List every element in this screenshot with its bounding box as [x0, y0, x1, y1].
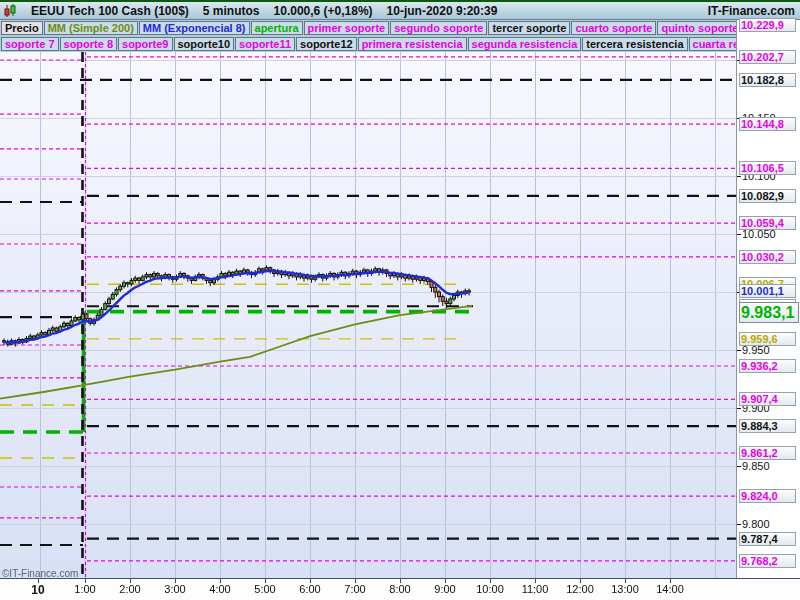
instrument-name: EEUU Tech 100 Cash (100$) [31, 4, 189, 18]
x-label-2-00: 2:00 [119, 583, 140, 595]
price-label-9-787-4: 9.787,4 [739, 532, 796, 546]
datetime-label: 10-jun-2020 9:20:39 [387, 4, 498, 18]
legend-item-soporte12[interactable]: soporte12 [296, 37, 357, 51]
price-label-10-059-4: 10.059,4 [739, 216, 796, 230]
x-label-3-00: 3:00 [164, 583, 185, 595]
x-label-6-00: 6:00 [299, 583, 320, 595]
price-label-10-082-9: 10.082,9 [739, 189, 796, 203]
x-label-13-00: 13:00 [611, 583, 639, 595]
x-label-1-00: 1:00 [74, 583, 95, 595]
x-label-8-00: 8:00 [389, 583, 410, 595]
chart-canvas[interactable] [0, 52, 736, 578]
price-label-9-983-1: 9.983,1 [739, 302, 799, 323]
time-axis: 101:002:003:004:005:006:007:008:009:0010… [0, 578, 800, 600]
candlestick-chart-icon [3, 4, 17, 18]
legend-item-precio[interactable]: Precio [1, 21, 43, 35]
legend-item-segundo-soporte[interactable]: segundo soporte [390, 21, 487, 35]
trading-app-window: EEUU Tech 100 Cash (100$) 5 minutos 10.0… [0, 0, 800, 600]
legend-item-soporte-7[interactable]: soporte 7 [1, 37, 59, 51]
price-label-10-202-7: 10.202,7 [739, 50, 796, 64]
legend-item-mm-simple-200-[interactable]: MM (Simple 200) [44, 21, 138, 35]
legend-item-soporte10[interactable]: soporte10 [174, 37, 235, 51]
chart-area[interactable] [0, 52, 736, 578]
x-label-9-00: 9:00 [434, 583, 455, 595]
price-label-9-861-2: 9.861,2 [739, 446, 796, 460]
last-price-change: 10.000,6 (+0,18%) [274, 4, 373, 18]
x-label-7-00: 7:00 [344, 583, 365, 595]
price-label-10-229-9: 10.229,9 [739, 18, 796, 32]
legend-item-cuarta-resistencia[interactable]: cuarta resistencia [689, 37, 736, 51]
price-label-10-030-2: 10.030,2 [739, 250, 796, 264]
legend-item-segunda-resistencia[interactable]: segunda resistencia [468, 37, 582, 51]
legend-item-apertura[interactable]: apertura [251, 21, 303, 35]
x-label-14-00: 14:00 [656, 583, 684, 595]
x-label-12-00: 12:00 [566, 583, 594, 595]
price-label-10-182-8: 10.182,8 [739, 73, 796, 87]
title-bar: EEUU Tech 100 Cash (100$) 5 minutos 10.0… [0, 0, 800, 20]
legend-item-primera-resistencia[interactable]: primera resistencia [358, 37, 467, 51]
price-label-10-144-8: 10.144,8 [739, 117, 796, 131]
price-label-9-768-2: 9.768,2 [739, 554, 796, 568]
price-label-10-106-5: 10.106,5 [739, 161, 796, 175]
x-label-10: 10 [31, 583, 44, 597]
legend-item-soporte11[interactable]: soporte11 [235, 37, 295, 51]
y-tick-9-800: 9.800 [742, 518, 770, 530]
price-label-9-959-6: 9.959,6 [739, 332, 796, 346]
price-label-9-884-3: 9.884,3 [739, 419, 796, 433]
legend-item-tercer-soporte[interactable]: tercer soporte [488, 21, 570, 35]
x-label-11-00: 11:00 [522, 583, 549, 595]
price-label-10-001-1: 10.001,1 [739, 284, 796, 298]
x-label-5-00: 5:00 [254, 583, 275, 595]
price-label-9-936-2: 9.936,2 [739, 359, 796, 373]
legend-row-2: soporte 7soporte 8soporte9soporte10sopor… [0, 36, 736, 52]
price-label-9-907-4: 9.907,4 [739, 392, 796, 406]
y-tick-9-850: 9.850 [742, 460, 770, 472]
legend-item-soporte9[interactable]: soporte9 [118, 37, 172, 51]
legend-item-cuarto-soporte[interactable]: cuarto soporte [571, 21, 656, 35]
legend-row-1: PrecioMM (Simple 200)MM (Exponencial 8)a… [0, 20, 736, 36]
legend-item-tercera-resistencia[interactable]: tercera resistencia [582, 37, 687, 51]
legend-item-soporte-8[interactable]: soporte 8 [60, 37, 118, 51]
x-label-4-00: 4:00 [209, 583, 230, 595]
legend-item-primer-soporte[interactable]: primer soporte [304, 21, 390, 35]
x-label-10-00: 10:00 [476, 583, 504, 595]
legend-item-quinto-soporte[interactable]: quinto soporte [657, 21, 736, 35]
brand-link[interactable]: IT-Finance.com [708, 4, 795, 18]
legend-item-mm-exponencial-8-[interactable]: MM (Exponencial 8) [139, 21, 250, 35]
timeframe-label: 5 minutos [203, 4, 260, 18]
price-label-9-824-0: 9.824,0 [739, 489, 796, 503]
price-axis: 10.20010.15010.10010.05010.0009.9509.900… [736, 20, 800, 578]
